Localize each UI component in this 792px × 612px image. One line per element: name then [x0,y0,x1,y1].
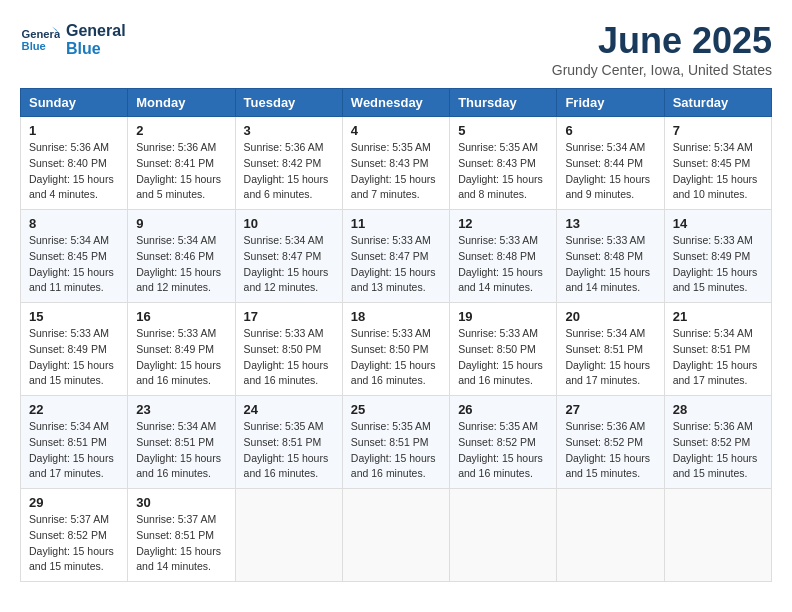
day-cell-12: 12 Sunrise: 5:33 AMSunset: 8:48 PMDaylig… [450,210,557,303]
empty-cell-4 [557,489,664,582]
day-cell-26: 26 Sunrise: 5:35 AMSunset: 8:52 PMDaylig… [450,396,557,489]
day-cell-13: 13 Sunrise: 5:33 AMSunset: 8:48 PMDaylig… [557,210,664,303]
page-header: General Blue General Blue June 2025 Grun… [20,20,772,78]
header-thursday: Thursday [450,89,557,117]
empty-cell-2 [342,489,449,582]
day-cell-14: 14 Sunrise: 5:33 AMSunset: 8:49 PMDaylig… [664,210,771,303]
day-cell-22: 22 Sunrise: 5:34 AMSunset: 8:51 PMDaylig… [21,396,128,489]
day-cell-3: 3 Sunrise: 5:36 AMSunset: 8:42 PMDayligh… [235,117,342,210]
logo: General Blue General Blue [20,20,126,60]
day-cell-24: 24 Sunrise: 5:35 AMSunset: 8:51 PMDaylig… [235,396,342,489]
day-cell-30: 30 Sunrise: 5:37 AMSunset: 8:51 PMDaylig… [128,489,235,582]
day-cell-10: 10 Sunrise: 5:34 AMSunset: 8:47 PMDaylig… [235,210,342,303]
day-cell-5: 5 Sunrise: 5:35 AMSunset: 8:43 PMDayligh… [450,117,557,210]
day-cell-29: 29 Sunrise: 5:37 AMSunset: 8:52 PMDaylig… [21,489,128,582]
header-saturday: Saturday [664,89,771,117]
day-cell-2: 2 Sunrise: 5:36 AMSunset: 8:41 PMDayligh… [128,117,235,210]
calendar-row-week3: 15 Sunrise: 5:33 AMSunset: 8:49 PMDaylig… [21,303,772,396]
header-wednesday: Wednesday [342,89,449,117]
empty-cell-5 [664,489,771,582]
header-friday: Friday [557,89,664,117]
calendar-table: Sunday Monday Tuesday Wednesday Thursday… [20,88,772,582]
logo-icon: General Blue [20,20,60,60]
calendar-row-week2: 8 Sunrise: 5:34 AMSunset: 8:45 PMDayligh… [21,210,772,303]
header-tuesday: Tuesday [235,89,342,117]
empty-cell-1 [235,489,342,582]
day-cell-7: 7 Sunrise: 5:34 AMSunset: 8:45 PMDayligh… [664,117,771,210]
day-cell-11: 11 Sunrise: 5:33 AMSunset: 8:47 PMDaylig… [342,210,449,303]
day-cell-15: 15 Sunrise: 5:33 AMSunset: 8:49 PMDaylig… [21,303,128,396]
day-cell-20: 20 Sunrise: 5:34 AMSunset: 8:51 PMDaylig… [557,303,664,396]
day-cell-6: 6 Sunrise: 5:34 AMSunset: 8:44 PMDayligh… [557,117,664,210]
title-area: June 2025 Grundy Center, Iowa, United St… [552,20,772,78]
day-cell-21: 21 Sunrise: 5:34 AMSunset: 8:51 PMDaylig… [664,303,771,396]
svg-text:Blue: Blue [22,40,46,52]
day-cell-25: 25 Sunrise: 5:35 AMSunset: 8:51 PMDaylig… [342,396,449,489]
day-cell-4: 4 Sunrise: 5:35 AMSunset: 8:43 PMDayligh… [342,117,449,210]
day-cell-17: 17 Sunrise: 5:33 AMSunset: 8:50 PMDaylig… [235,303,342,396]
empty-cell-3 [450,489,557,582]
day-cell-16: 16 Sunrise: 5:33 AMSunset: 8:49 PMDaylig… [128,303,235,396]
svg-text:General: General [22,28,60,40]
logo-name: General Blue [66,22,126,57]
day-cell-19: 19 Sunrise: 5:33 AMSunset: 8:50 PMDaylig… [450,303,557,396]
calendar-row-week1: 1 Sunrise: 5:36 AMSunset: 8:40 PMDayligh… [21,117,772,210]
day-cell-9: 9 Sunrise: 5:34 AMSunset: 8:46 PMDayligh… [128,210,235,303]
calendar-row-week4: 22 Sunrise: 5:34 AMSunset: 8:51 PMDaylig… [21,396,772,489]
day-cell-23: 23 Sunrise: 5:34 AMSunset: 8:51 PMDaylig… [128,396,235,489]
day-cell-8: 8 Sunrise: 5:34 AMSunset: 8:45 PMDayligh… [21,210,128,303]
day-cell-18: 18 Sunrise: 5:33 AMSunset: 8:50 PMDaylig… [342,303,449,396]
day-cell-27: 27 Sunrise: 5:36 AMSunset: 8:52 PMDaylig… [557,396,664,489]
day-cell-28: 28 Sunrise: 5:36 AMSunset: 8:52 PMDaylig… [664,396,771,489]
month-title: June 2025 [552,20,772,62]
location-title: Grundy Center, Iowa, United States [552,62,772,78]
calendar-row-week5: 29 Sunrise: 5:37 AMSunset: 8:52 PMDaylig… [21,489,772,582]
header-sunday: Sunday [21,89,128,117]
day-cell-1: 1 Sunrise: 5:36 AMSunset: 8:40 PMDayligh… [21,117,128,210]
header-monday: Monday [128,89,235,117]
weekday-header-row: Sunday Monday Tuesday Wednesday Thursday… [21,89,772,117]
